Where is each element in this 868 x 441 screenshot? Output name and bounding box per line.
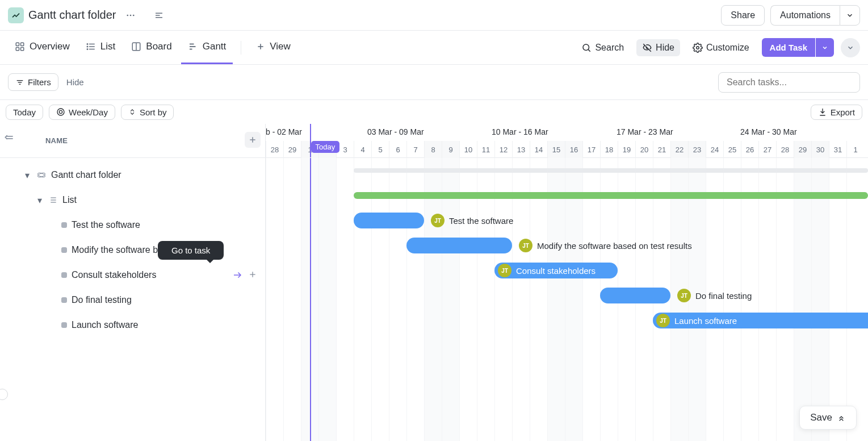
add-task-caret[interactable]	[816, 38, 834, 57]
name-column-header: NAME	[45, 136, 68, 145]
task-row[interactable]: Consult stakeholders	[0, 263, 265, 288]
day-cell[interactable]: 8	[424, 141, 442, 158]
day-cell[interactable]: 11	[477, 141, 494, 158]
task-bar[interactable]: JTTest the software	[354, 213, 424, 228]
task-row[interactable]: Launch software	[0, 313, 265, 338]
day-cell[interactable]: 25	[723, 141, 741, 158]
week-label: 24 Mar - 30 Mar	[740, 127, 797, 136]
day-cell[interactable]: 28	[776, 141, 794, 158]
filters-button[interactable]: Filters	[8, 73, 58, 91]
automations-caret[interactable]	[840, 5, 860, 26]
day-cell[interactable]: 20	[635, 141, 653, 158]
save-button[interactable]: Save	[799, 406, 857, 430]
svg-point-25	[697, 46, 699, 49]
task-bar[interactable]: JTDo final testing	[600, 288, 670, 303]
search-button[interactable]: Search	[576, 39, 630, 56]
svg-rect-9	[21, 48, 24, 51]
status-icon	[61, 222, 67, 228]
day-cell[interactable]: 27	[758, 141, 776, 158]
assignee-avatar[interactable]: JT	[431, 214, 445, 227]
day-cell[interactable]: 7	[406, 141, 424, 158]
more-icon[interactable]	[122, 8, 139, 23]
day-cell[interactable]: 9	[442, 141, 459, 158]
tab-gantt[interactable]: Gantt	[181, 31, 233, 64]
day-cell[interactable]: 31	[829, 141, 846, 158]
task-row[interactable]: Do final testing	[0, 288, 265, 313]
day-cell[interactable]: 1	[846, 141, 864, 158]
hide-button[interactable]: Hide	[636, 39, 680, 56]
day-cell[interactable]: 17	[582, 141, 600, 158]
svg-point-30	[59, 110, 62, 113]
add-column-button[interactable]	[245, 132, 261, 148]
task-row[interactable]: Modify the software b	[0, 238, 265, 263]
add-view-button[interactable]: View	[249, 31, 297, 64]
day-cell[interactable]: 4	[354, 141, 371, 158]
task-row[interactable]: Test the software	[0, 213, 265, 238]
day-cell[interactable]: 10	[459, 141, 477, 158]
add-task-button[interactable]: Add Task	[762, 38, 815, 57]
day-cell[interactable]: 5	[371, 141, 389, 158]
day-cell[interactable]: 21	[653, 141, 670, 158]
task-bar-label: Do final testing	[695, 291, 752, 301]
today-button[interactable]: Today	[6, 105, 43, 120]
folder-summary-bar[interactable]	[354, 168, 868, 173]
svg-point-0	[127, 14, 128, 16]
assignee-avatar[interactable]: JT	[519, 239, 532, 252]
tab-board[interactable]: Board	[124, 31, 178, 64]
day-cell[interactable]: 16	[565, 141, 582, 158]
collapse-pane-icon[interactable]	[3, 133, 15, 144]
tab-list[interactable]: List	[79, 31, 122, 64]
hide-link[interactable]: Hide	[66, 77, 84, 87]
share-button[interactable]: Share	[721, 5, 765, 26]
folder-icon	[8, 7, 24, 23]
day-cell[interactable]: 30	[811, 141, 829, 158]
day-cell[interactable]: 14	[530, 141, 547, 158]
collapse-sidebar-icon[interactable]	[150, 8, 167, 23]
week-label: 03 Mar - 09 Mar	[367, 127, 424, 136]
day-cell[interactable]: 19	[618, 141, 635, 158]
svg-point-14	[87, 46, 88, 47]
add-subtask-icon[interactable]	[248, 270, 257, 280]
export-button[interactable]: Export	[811, 105, 862, 120]
assignee-avatar[interactable]: JT	[677, 289, 691, 302]
list-summary-bar[interactable]	[354, 192, 868, 199]
day-cell[interactable]: 28	[266, 141, 283, 158]
status-icon	[61, 322, 67, 328]
svg-point-1	[129, 14, 131, 16]
tab-overview[interactable]: Overview	[8, 31, 77, 64]
gantt-chart[interactable]: b - 02 Mar03 Mar - 09 Mar10 Mar - 16 Mar…	[266, 124, 868, 441]
svg-rect-7	[21, 43, 24, 45]
day-cell[interactable]: 22	[670, 141, 688, 158]
day-cell[interactable]: 23	[688, 141, 706, 158]
day-cell[interactable]: 12	[494, 141, 512, 158]
tree-folder[interactable]: ▾ Gantt chart folder	[0, 163, 265, 188]
caret-icon[interactable]: ▾	[23, 170, 32, 181]
day-cell[interactable]: 15	[547, 141, 565, 158]
goto-task-icon[interactable]	[232, 270, 242, 280]
week-label: 17 Mar - 23 Mar	[617, 127, 673, 136]
day-cell[interactable]: 29	[283, 141, 301, 158]
customize-button[interactable]: Customize	[687, 39, 755, 56]
svg-point-23	[583, 44, 589, 51]
task-bar[interactable]: JTModify the software based on test resu…	[406, 238, 512, 253]
day-cell[interactable]: 6	[389, 141, 406, 158]
weekday-button[interactable]: Week/Day	[49, 105, 115, 120]
search-input[interactable]	[718, 72, 860, 93]
more-menu-button[interactable]	[841, 38, 860, 57]
week-label: 10 Mar - 16 Mar	[492, 127, 548, 136]
automations-button[interactable]: Automations	[770, 5, 840, 26]
day-cell[interactable]: 26	[741, 141, 758, 158]
assignee-avatar[interactable]: JT	[498, 264, 511, 277]
task-bar[interactable]: JTConsult stakeholders	[494, 263, 618, 278]
day-cell[interactable]: 24	[706, 141, 723, 158]
svg-point-2	[132, 14, 134, 16]
day-cell[interactable]: 13	[512, 141, 530, 158]
tree-list[interactable]: ▾ List	[0, 188, 265, 213]
svg-point-15	[87, 49, 88, 50]
sortby-button[interactable]: Sort by	[121, 105, 174, 120]
task-bar[interactable]: JTLaunch software	[653, 313, 868, 328]
day-cell[interactable]: 29	[794, 141, 811, 158]
caret-icon[interactable]: ▾	[35, 195, 44, 206]
day-cell[interactable]: 18	[600, 141, 618, 158]
assignee-avatar[interactable]: JT	[656, 314, 670, 327]
